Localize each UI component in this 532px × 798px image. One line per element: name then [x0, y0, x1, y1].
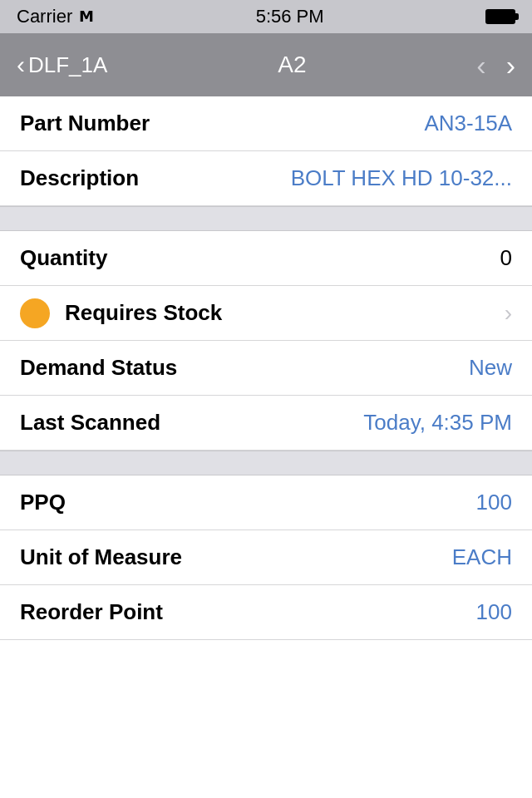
status-bar: Carrier 𝝡 5:56 PM: [0, 0, 532, 33]
ppq-label: PPQ: [20, 490, 66, 515]
last-scanned-value: Today, 4:35 PM: [363, 410, 512, 436]
requires-stock-row[interactable]: Requires Stock ›: [0, 286, 532, 341]
part-number-label: Part Number: [20, 111, 150, 136]
nav-arrows: ‹ ›: [476, 49, 515, 81]
reorder-point-row: Reorder Point 100: [0, 585, 532, 640]
section-separator-1: [0, 206, 532, 231]
reorder-point-value: 100: [476, 599, 512, 625]
part-number-value: AN3-15A: [425, 111, 513, 136]
reorder-point-label: Reorder Point: [20, 599, 163, 625]
prev-arrow-button[interactable]: ‹: [476, 49, 485, 81]
description-row: Description BOLT HEX HD 10-32...: [0, 151, 532, 206]
back-label: DLF_1A: [28, 52, 107, 78]
unit-of-measure-row: Unit of Measure EACH: [0, 530, 532, 585]
last-scanned-row: Last Scanned Today, 4:35 PM: [0, 396, 532, 451]
demand-status-row: Demand Status New: [0, 341, 532, 396]
time-label: 5:56 PM: [256, 6, 324, 27]
section-separator-2: [0, 451, 532, 475]
nav-bar: ‹ DLF_1A A2 ‹ ›: [0, 33, 532, 96]
demand-status-label: Demand Status: [20, 355, 177, 381]
nav-title: A2: [278, 52, 306, 78]
carrier-label: Carrier 𝝡: [17, 6, 94, 27]
next-arrow-button[interactable]: ›: [506, 49, 515, 81]
battery-icon: [485, 9, 515, 24]
quantity-value: 0: [500, 245, 512, 271]
requires-stock-indicator: [20, 298, 50, 328]
description-label: Description: [20, 165, 139, 191]
ppq-row: PPQ 100: [0, 475, 532, 530]
unit-of-measure-value: EACH: [452, 544, 512, 570]
demand-status-value: New: [469, 355, 512, 381]
description-value: BOLT HEX HD 10-32...: [291, 165, 512, 191]
unit-of-measure-label: Unit of Measure: [20, 544, 182, 570]
wifi-icon: 𝝡: [79, 7, 94, 26]
quantity-row: Quantity 0: [0, 231, 532, 286]
back-button[interactable]: ‹ DLF_1A: [17, 51, 107, 79]
back-chevron-icon: ‹: [17, 51, 25, 79]
requires-stock-label: Requires Stock: [65, 300, 222, 326]
last-scanned-label: Last Scanned: [20, 410, 160, 436]
requires-stock-left: Requires Stock: [20, 298, 222, 328]
ppq-value: 100: [476, 490, 512, 515]
requires-stock-chevron-icon: ›: [505, 300, 512, 327]
part-number-row: Part Number AN3-15A: [0, 96, 532, 151]
quantity-label: Quantity: [20, 245, 107, 271]
